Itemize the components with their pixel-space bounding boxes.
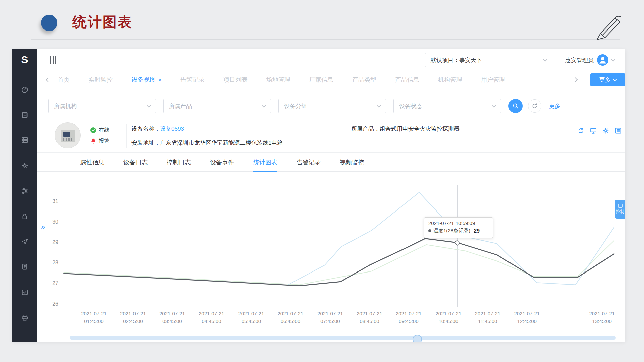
nav-tab-product-info[interactable]: 产品信息 — [395, 76, 419, 84]
title-bullet — [41, 15, 57, 31]
printer-icon[interactable] — [19, 312, 31, 323]
user-menu[interactable]: 惠安管理员 — [565, 53, 615, 67]
series-dot-icon — [428, 229, 431, 232]
chevron-down-icon — [543, 57, 547, 62]
tab-device-logs[interactable]: 设备日志 — [123, 158, 148, 166]
group-select[interactable]: 设备分组 — [278, 99, 386, 113]
slide: 统计图表 S — [0, 0, 644, 362]
control-button[interactable]: 控制 — [615, 200, 625, 219]
status-online: 在线 — [90, 127, 109, 134]
user-name: 惠安管理员 — [565, 56, 594, 64]
divider — [126, 124, 127, 148]
nav-tab-alarms[interactable]: 告警记录 — [180, 76, 205, 84]
monitor-icon[interactable] — [590, 127, 597, 134]
device-name-link[interactable]: 设备0593 — [160, 125, 184, 133]
nav-tab-vendors[interactable]: 厂家信息 — [309, 76, 333, 84]
tab-video-monitor[interactable]: 视频监控 — [340, 158, 364, 166]
device-file-icon[interactable] — [19, 109, 31, 121]
close-tab-icon[interactable]: × — [158, 77, 162, 83]
tab-statistics-chart[interactable]: 统计图表 — [253, 158, 277, 166]
org-select-placeholder: 所属机构 — [54, 102, 77, 110]
device-name-label: 设备名称： — [131, 125, 160, 133]
nav-tab-projects[interactable]: 项目列表 — [223, 76, 248, 84]
nav-tab-device-view[interactable]: 设备视图× — [131, 76, 162, 84]
control-icon — [618, 204, 623, 208]
product-select-placeholder: 所属产品 — [169, 102, 192, 110]
document-icon[interactable] — [19, 261, 31, 273]
search-button[interactable] — [508, 99, 523, 113]
send-icon[interactable] — [19, 236, 31, 247]
device-action-icons — [577, 127, 622, 134]
server-icon[interactable] — [19, 134, 31, 146]
x-axis-tick: 2021-07-2112:45:00 — [503, 310, 550, 325]
device-photo — [55, 122, 81, 148]
tabs-scroll-right-icon[interactable] — [573, 77, 578, 82]
content: 默认项目：事安天下 惠安管理员 首页 实 — [37, 49, 625, 342]
detail-tab-bar: 属性信息 设备日志 控制日志 设备事件 统计图表 告警记录 视频监控 — [37, 153, 625, 172]
nav-tab-label: 设备视图 — [131, 76, 156, 83]
online-label: 在线 — [99, 127, 109, 134]
online-check-icon — [90, 127, 96, 133]
app-logo: S — [12, 54, 37, 65]
chevron-down-icon — [492, 103, 496, 108]
project-select[interactable]: 默认项目：事安天下 — [425, 53, 552, 67]
device-product-value: 组合式用电安全火灾监控探测器 — [380, 125, 460, 133]
tabs-scroll-left-icon[interactable] — [46, 77, 50, 82]
refresh-icon — [531, 103, 538, 109]
chevron-down-icon — [262, 103, 266, 108]
nav-tab-users[interactable]: 用户管理 — [481, 76, 505, 84]
tooltip-value: 29 — [474, 228, 480, 234]
tab-attributes[interactable]: 属性信息 — [80, 158, 104, 166]
org-select[interactable]: 所属机构 — [48, 99, 156, 113]
tooltip-time: 2021-07-21 10:59:09 — [428, 220, 489, 226]
settings-gear-icon[interactable] — [19, 160, 31, 171]
group-select-placeholder: 设备分组 — [284, 102, 307, 110]
app-window: S — [12, 49, 625, 342]
app-header: 默认项目：事安天下 惠安管理员 — [37, 49, 625, 71]
nav-tab-sites[interactable]: 场地管理 — [266, 76, 290, 84]
project-select-value: 默认项目：事安天下 — [431, 56, 482, 64]
control-label: 控制 — [616, 209, 624, 215]
avatar — [597, 54, 608, 66]
sidebar: S — [12, 49, 37, 342]
nav-tab-product-types[interactable]: 产品类型 — [352, 76, 376, 84]
device-name-line: 设备名称： 设备0593 — [131, 125, 184, 133]
nav-tab-bar: 首页 实时监控 设备视图× 告警记录 项目列表 场地管理 厂家信息 产品类型 产… — [37, 71, 625, 88]
status-select[interactable]: 设备状态 — [393, 99, 501, 113]
page-title: 统计图表 — [72, 13, 133, 32]
list-icon[interactable] — [614, 127, 622, 134]
filter-more-link[interactable]: 更多 — [549, 102, 560, 110]
tab-alarm-records[interactable]: 告警记录 — [297, 158, 321, 166]
x-axis-line — [58, 307, 616, 307]
y-axis-tick: 29 — [37, 239, 58, 245]
dashboard-icon[interactable] — [19, 84, 31, 95]
chevron-down-icon — [377, 103, 381, 108]
nav-tab-realtime[interactable]: 实时监控 — [89, 76, 113, 84]
device-address-line: 安装地址： 广东省深圳市龙华区华宝新能源二楼包装线1电箱 — [131, 139, 283, 147]
tools-icon[interactable] — [19, 185, 31, 196]
lock-icon[interactable] — [19, 210, 31, 222]
data-zoom-slider[interactable] — [70, 336, 616, 340]
tab-control-logs[interactable]: 控制日志 — [167, 158, 191, 166]
device-summary-row: 在线 报警 设备名称： 设备0593 安装地址： 广东省深圳市龙华区华宝新能源 — [37, 118, 625, 153]
title-divider — [31, 39, 620, 40]
y-axis-tick: 31 — [37, 198, 58, 204]
device-product-label: 所属产品： — [351, 125, 380, 133]
search-icon — [512, 103, 519, 109]
x-axis-tick: 2021-07-2113:45:00 — [579, 310, 625, 325]
alarm-bell-icon — [90, 138, 96, 144]
tab-device-events[interactable]: 设备事件 — [210, 158, 234, 166]
collapse-menu-icon[interactable] — [50, 56, 59, 64]
sync-icon[interactable] — [577, 127, 585, 134]
nav-tab-orgs[interactable]: 机构管理 — [438, 76, 462, 84]
tooltip-series-label: 温度1(28条记录): — [433, 228, 472, 234]
status-alarm: 报警 — [90, 138, 109, 145]
task-check-icon[interactable] — [19, 287, 31, 298]
data-zoom-handle[interactable] — [413, 335, 422, 342]
product-select[interactable]: 所属产品 — [163, 99, 271, 113]
gear-icon[interactable] — [602, 127, 609, 134]
refresh-button[interactable] — [528, 99, 541, 113]
nav-tab-home[interactable]: 首页 — [58, 76, 70, 84]
device-address-label: 安装地址： — [131, 139, 160, 147]
more-tabs-button[interactable]: 更多 — [590, 73, 625, 86]
